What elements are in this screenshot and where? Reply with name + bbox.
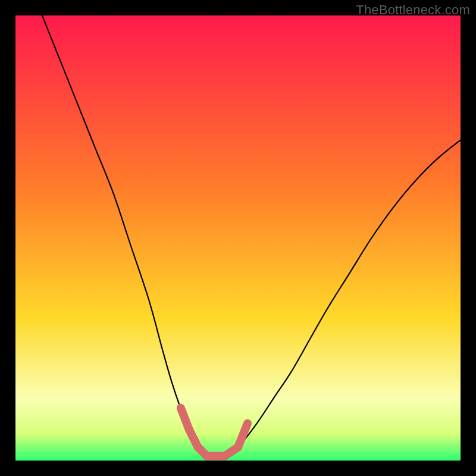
watermark-text: TheBottleneck.com (356, 2, 470, 18)
plot-area (15, 15, 461, 461)
chart-frame: TheBottleneck.com (0, 0, 476, 476)
gradient-background (15, 15, 461, 461)
bottleneck-chart (15, 15, 461, 461)
